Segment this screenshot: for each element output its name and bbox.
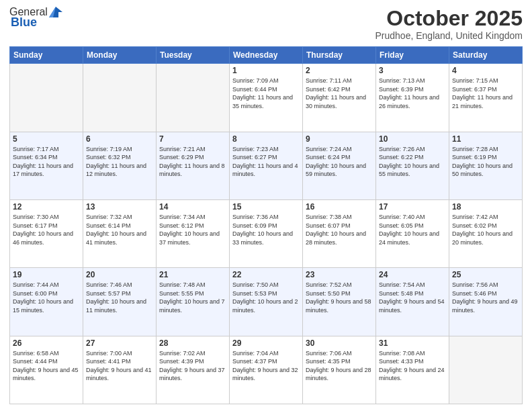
day-number: 6	[86, 134, 153, 144]
day-number: 12	[13, 202, 80, 212]
week-row-4: 19Sunrise: 7:44 AMSunset: 6:00 PMDayligh…	[10, 268, 523, 336]
calendar-cell: 9Sunrise: 7:24 AMSunset: 6:24 PMDaylight…	[303, 132, 376, 199]
day-number: 31	[379, 338, 446, 348]
day-number: 30	[306, 338, 373, 348]
calendar-cell: 14Sunrise: 7:34 AMSunset: 6:12 PMDayligh…	[157, 199, 230, 267]
day-number: 21	[159, 270, 226, 279]
calendar-cell	[10, 64, 83, 132]
day-number: 26	[13, 338, 80, 348]
day-info: Sunrise: 7:15 AMSunset: 6:37 PMDaylight:…	[452, 77, 519, 110]
month-title: October 2025	[375, 7, 523, 30]
calendar-cell: 26Sunrise: 6:58 AMSunset: 4:44 PMDayligh…	[10, 336, 83, 404]
day-info: Sunrise: 7:34 AMSunset: 6:12 PMDaylight:…	[159, 213, 226, 246]
calendar-cell: 23Sunrise: 7:52 AMSunset: 5:50 PMDayligh…	[303, 268, 376, 336]
calendar-cell: 8Sunrise: 7:23 AMSunset: 6:27 PMDaylight…	[230, 132, 303, 199]
col-header-friday: Friday	[376, 47, 449, 64]
col-header-sunday: Sunday	[10, 47, 83, 64]
logo-blue-text: Blue	[11, 16, 37, 28]
day-info: Sunrise: 7:21 AMSunset: 6:29 PMDaylight:…	[159, 145, 226, 179]
day-number: 25	[452, 270, 519, 279]
day-number: 28	[159, 338, 226, 348]
calendar-cell: 22Sunrise: 7:50 AMSunset: 5:53 PMDayligh…	[230, 268, 303, 336]
calendar-cell: 3Sunrise: 7:13 AMSunset: 6:39 PMDaylight…	[376, 64, 449, 132]
day-info: Sunrise: 7:04 AMSunset: 4:37 PMDaylight:…	[232, 349, 300, 383]
day-info: Sunrise: 7:13 AMSunset: 6:39 PMDaylight:…	[379, 77, 446, 110]
col-header-tuesday: Tuesday	[157, 47, 230, 64]
day-info: Sunrise: 7:06 AMSunset: 4:35 PMDaylight:…	[306, 349, 373, 383]
day-number: 24	[379, 270, 446, 279]
day-number: 18	[452, 202, 519, 212]
day-number: 15	[232, 202, 300, 212]
week-row-3: 12Sunrise: 7:30 AMSunset: 6:17 PMDayligh…	[10, 199, 523, 267]
day-number: 3	[379, 66, 446, 75]
calendar-cell	[449, 336, 523, 404]
day-info: Sunrise: 7:08 AMSunset: 4:33 PMDaylight:…	[379, 349, 446, 383]
day-number: 5	[13, 134, 80, 144]
day-info: Sunrise: 7:54 AMSunset: 5:48 PMDaylight:…	[379, 281, 446, 314]
day-number: 20	[86, 270, 153, 279]
day-info: Sunrise: 6:58 AMSunset: 4:44 PMDaylight:…	[13, 349, 80, 383]
calendar-cell: 10Sunrise: 7:26 AMSunset: 6:22 PMDayligh…	[376, 132, 449, 199]
header-right: October 2025 Prudhoe, England, United Ki…	[375, 7, 523, 41]
calendar-table: SundayMondayTuesdayWednesdayThursdayFrid…	[9, 46, 523, 404]
page: General Blue October 2025 Prudhoe, Engla…	[0, 0, 532, 411]
day-info: Sunrise: 7:36 AMSunset: 6:09 PMDaylight:…	[232, 213, 300, 246]
day-info: Sunrise: 7:11 AMSunset: 6:42 PMDaylight:…	[306, 77, 373, 110]
day-number: 29	[232, 338, 300, 348]
calendar-cell: 11Sunrise: 7:28 AMSunset: 6:19 PMDayligh…	[449, 132, 523, 199]
day-info: Sunrise: 7:52 AMSunset: 5:50 PMDaylight:…	[306, 281, 373, 314]
calendar-cell: 21Sunrise: 7:48 AMSunset: 5:55 PMDayligh…	[157, 268, 230, 336]
col-header-saturday: Saturday	[449, 47, 523, 64]
day-number: 17	[379, 202, 446, 212]
calendar-cell: 15Sunrise: 7:36 AMSunset: 6:09 PMDayligh…	[230, 199, 303, 267]
calendar-cell: 20Sunrise: 7:46 AMSunset: 5:57 PMDayligh…	[83, 268, 157, 336]
calendar-header-row: SundayMondayTuesdayWednesdayThursdayFrid…	[10, 47, 523, 64]
day-number: 14	[159, 202, 226, 212]
day-info: Sunrise: 7:23 AMSunset: 6:27 PMDaylight:…	[232, 145, 300, 179]
day-number: 23	[306, 270, 373, 279]
col-header-monday: Monday	[83, 47, 157, 64]
calendar-cell: 4Sunrise: 7:15 AMSunset: 6:37 PMDaylight…	[449, 64, 523, 132]
week-row-5: 26Sunrise: 6:58 AMSunset: 4:44 PMDayligh…	[10, 336, 523, 404]
day-info: Sunrise: 7:38 AMSunset: 6:07 PMDaylight:…	[306, 213, 373, 246]
day-number: 10	[379, 134, 446, 144]
day-info: Sunrise: 7:26 AMSunset: 6:22 PMDaylight:…	[379, 145, 446, 179]
location: Prudhoe, England, United Kingdom	[375, 30, 523, 41]
calendar-cell: 12Sunrise: 7:30 AMSunset: 6:17 PMDayligh…	[10, 199, 83, 267]
calendar-cell: 28Sunrise: 7:02 AMSunset: 4:39 PMDayligh…	[157, 336, 230, 404]
calendar-cell: 6Sunrise: 7:19 AMSunset: 6:32 PMDaylight…	[83, 132, 157, 199]
day-info: Sunrise: 7:00 AMSunset: 4:41 PMDaylight:…	[86, 349, 153, 383]
calendar-cell: 5Sunrise: 7:17 AMSunset: 6:34 PMDaylight…	[10, 132, 83, 199]
calendar-cell: 30Sunrise: 7:06 AMSunset: 4:35 PMDayligh…	[303, 336, 376, 404]
day-info: Sunrise: 7:40 AMSunset: 6:05 PMDaylight:…	[379, 213, 446, 246]
col-header-thursday: Thursday	[303, 47, 376, 64]
day-info: Sunrise: 7:02 AMSunset: 4:39 PMDaylight:…	[159, 349, 226, 383]
day-number: 16	[306, 202, 373, 212]
calendar-cell: 24Sunrise: 7:54 AMSunset: 5:48 PMDayligh…	[376, 268, 449, 336]
calendar-cell	[83, 64, 157, 132]
day-info: Sunrise: 7:32 AMSunset: 6:14 PMDaylight:…	[86, 213, 153, 246]
calendar-cell: 16Sunrise: 7:38 AMSunset: 6:07 PMDayligh…	[303, 199, 376, 267]
week-row-1: 1Sunrise: 7:09 AMSunset: 6:44 PMDaylight…	[10, 64, 523, 132]
day-info: Sunrise: 7:24 AMSunset: 6:24 PMDaylight:…	[306, 145, 373, 179]
day-info: Sunrise: 7:44 AMSunset: 6:00 PMDaylight:…	[13, 281, 80, 314]
calendar-cell: 1Sunrise: 7:09 AMSunset: 6:44 PMDaylight…	[230, 64, 303, 132]
day-number: 27	[86, 338, 153, 348]
day-number: 4	[452, 66, 519, 75]
day-info: Sunrise: 7:17 AMSunset: 6:34 PMDaylight:…	[13, 145, 80, 179]
day-number: 19	[13, 270, 80, 279]
calendar-cell: 7Sunrise: 7:21 AMSunset: 6:29 PMDaylight…	[157, 132, 230, 199]
day-info: Sunrise: 7:19 AMSunset: 6:32 PMDaylight:…	[86, 145, 153, 179]
calendar-cell: 27Sunrise: 7:00 AMSunset: 4:41 PMDayligh…	[83, 336, 157, 404]
calendar-cell: 2Sunrise: 7:11 AMSunset: 6:42 PMDaylight…	[303, 64, 376, 132]
header: General Blue October 2025 Prudhoe, Engla…	[9, 7, 523, 41]
day-number: 13	[86, 202, 153, 212]
day-number: 22	[232, 270, 300, 279]
calendar-cell: 13Sunrise: 7:32 AMSunset: 6:14 PMDayligh…	[83, 199, 157, 267]
calendar-cell: 25Sunrise: 7:56 AMSunset: 5:46 PMDayligh…	[449, 268, 523, 336]
day-number: 9	[306, 134, 373, 144]
calendar-cell: 17Sunrise: 7:40 AMSunset: 6:05 PMDayligh…	[376, 199, 449, 267]
calendar-cell: 19Sunrise: 7:44 AMSunset: 6:00 PMDayligh…	[10, 268, 83, 336]
day-info: Sunrise: 7:56 AMSunset: 5:46 PMDaylight:…	[452, 281, 519, 314]
day-info: Sunrise: 7:09 AMSunset: 6:44 PMDaylight:…	[232, 77, 300, 110]
